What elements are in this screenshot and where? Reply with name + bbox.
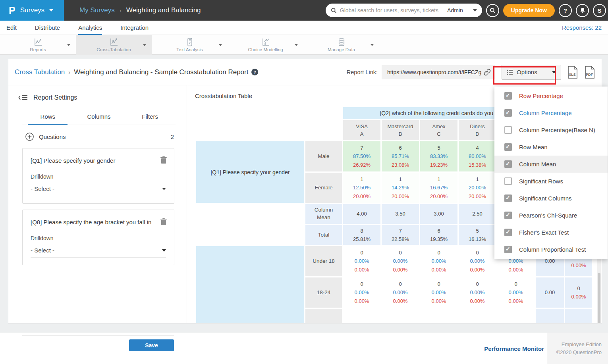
scrollbar-thumb[interactable] bbox=[598, 273, 600, 323]
save-button[interactable]: Save bbox=[129, 339, 174, 351]
product-switcher[interactable]: P Surveys bbox=[0, 0, 64, 21]
row-label: Male bbox=[305, 141, 342, 171]
report-link-field[interactable]: https://www.questionpro.com/t/lFFCZg bbox=[382, 65, 495, 79]
drilldown-select[interactable]: - Select - bbox=[31, 247, 166, 258]
performance-monitor-link[interactable]: Performance Monitor bbox=[484, 345, 544, 352]
report-link-label: Report Link: bbox=[347, 69, 378, 75]
crosstab-cell: 00.00%0.00% bbox=[420, 246, 457, 276]
breadcrumb-my-surveys[interactable]: My Surveys bbox=[79, 6, 115, 14]
options-button[interactable]: Options bbox=[502, 65, 561, 80]
notifications-button[interactable] bbox=[576, 4, 589, 17]
checkbox-icon[interactable] bbox=[504, 195, 512, 202]
crosstab-cell: 00.00%0.00% bbox=[382, 246, 419, 276]
search-icon bbox=[331, 8, 337, 13]
tab-rows[interactable]: Rows bbox=[22, 110, 73, 125]
chevron-down-icon[interactable] bbox=[67, 44, 70, 46]
report-actions: Report Link: https://www.questionpro.com… bbox=[347, 65, 595, 80]
search-submit-button[interactable] bbox=[486, 4, 499, 17]
crosstab-cell: 583.33%19.23% bbox=[420, 141, 457, 171]
tab-columns[interactable]: Columns bbox=[73, 110, 125, 125]
crosstab-cell: 120.00%20.00% bbox=[459, 173, 496, 203]
responses-count: Responses: 22 bbox=[562, 24, 602, 31]
option-significant-columns[interactable]: Significant Columns bbox=[494, 190, 608, 207]
chevron-down-icon[interactable] bbox=[219, 44, 222, 46]
upgrade-now-button[interactable]: Upgrade Now bbox=[503, 4, 555, 17]
collapse-sidebar-icon[interactable] bbox=[18, 94, 28, 101]
delete-question-icon[interactable] bbox=[160, 156, 167, 164]
user-avatar[interactable]: S bbox=[593, 4, 606, 17]
link-icon[interactable] bbox=[484, 69, 491, 76]
help-button[interactable]: ? bbox=[559, 4, 572, 17]
option-row-mean[interactable]: Row Mean bbox=[494, 139, 608, 156]
toolbar-cross-tabulation[interactable]: Cross-Tabulation bbox=[76, 35, 152, 55]
global-search-input[interactable] bbox=[340, 7, 442, 13]
toolbar-text-analysis[interactable]: Text Analysis bbox=[152, 35, 228, 55]
column-header: MastercardB bbox=[382, 120, 419, 140]
checkbox-icon[interactable] bbox=[504, 229, 512, 236]
nav-distribute[interactable]: Distribute bbox=[35, 21, 60, 35]
report-header: Cross Tabulation › Weighting and Balanci… bbox=[8, 59, 602, 85]
option-significant-rows[interactable]: Significant Rows bbox=[494, 173, 608, 190]
toolbar-choice-modelling[interactable]: Choice Modelling bbox=[228, 35, 303, 55]
copyright-line: ©2020 QuestionPro bbox=[547, 349, 602, 356]
export-xls-button[interactable]: XLS bbox=[567, 65, 578, 79]
crosstab-cell: 00.00%0.00% bbox=[343, 246, 380, 276]
crosstab-cell: 516.13% bbox=[459, 225, 496, 245]
export-pdf-button[interactable]: PDF bbox=[584, 65, 595, 79]
crosstab-cell: 00.00%0.00% bbox=[382, 277, 419, 308]
question-text: [Q8] Please specify the age bracket you … bbox=[31, 219, 166, 225]
global-search-bar[interactable]: Admin bbox=[326, 4, 482, 17]
analytics-toolbar: Reports Cross-Tabulation Text Analysis C… bbox=[0, 35, 608, 55]
chevron-down-icon[interactable] bbox=[143, 44, 146, 46]
chevron-down-icon[interactable] bbox=[295, 44, 298, 46]
svg-text:XLS: XLS bbox=[569, 73, 576, 77]
report-link-url: https://www.questionpro.com/t/lFFCZg bbox=[387, 69, 484, 75]
nav-analytics[interactable]: Analytics bbox=[78, 21, 102, 35]
crosstab-cell: 722.58% bbox=[382, 225, 419, 245]
nav-edit[interactable]: Edit bbox=[6, 21, 17, 35]
option-pearsons-chi-square[interactable]: Pearson's Chi-Square bbox=[494, 207, 608, 224]
search-scope-dropdown[interactable] bbox=[468, 4, 482, 17]
crosstab-cell: 480.00%15.38% bbox=[459, 141, 496, 171]
option-column-percentage[interactable]: Column Percentage bbox=[494, 104, 608, 121]
breadcrumb-separator: › bbox=[120, 7, 122, 14]
delete-question-icon[interactable] bbox=[160, 218, 167, 225]
help-icon[interactable]: ? bbox=[251, 69, 258, 75]
checkbox-icon[interactable] bbox=[504, 92, 512, 100]
add-question-icon[interactable] bbox=[25, 132, 34, 141]
crosstab-cell: 00.00%0.00% bbox=[343, 277, 380, 308]
option-fishers-exact-test[interactable]: Fisher's Exact Test bbox=[494, 224, 608, 241]
question-text: [Q1] Please specify your gender bbox=[31, 157, 166, 164]
drilldown-select[interactable]: - Select - bbox=[31, 185, 166, 196]
checkbox-icon[interactable] bbox=[504, 109, 512, 117]
checkbox-icon[interactable] bbox=[504, 143, 512, 151]
column-header: DinersD bbox=[459, 120, 496, 140]
nav-integration[interactable]: Integration bbox=[120, 21, 149, 35]
crosstab-cell: 00.00%0.00% bbox=[420, 277, 457, 308]
divider bbox=[22, 335, 174, 336]
chevron-down-icon[interactable] bbox=[371, 44, 374, 46]
option-column-proportional-test[interactable]: Column Proportional Test bbox=[494, 241, 608, 258]
tab-filters[interactable]: Filters bbox=[124, 110, 176, 125]
option-column-mean[interactable]: Column Mean bbox=[494, 156, 608, 173]
drilldown-label: Drilldown bbox=[31, 235, 166, 241]
toolbar-reports[interactable]: Reports bbox=[0, 35, 76, 55]
crosstab-cell: 112.50%20.00% bbox=[343, 173, 380, 203]
checkbox-icon[interactable] bbox=[504, 126, 512, 134]
toolbar-manage-data[interactable]: Manage Data bbox=[303, 35, 379, 55]
crosstab-cell: 2.50 bbox=[459, 204, 496, 224]
checkbox-icon[interactable] bbox=[504, 212, 512, 219]
crosstab-cell: 114.29%20.00% bbox=[382, 173, 419, 203]
option-column-percentage-base-n[interactable]: Column Percentage(Base N) bbox=[494, 121, 608, 139]
questions-header: Questions 2 bbox=[25, 132, 174, 141]
list-icon bbox=[507, 69, 513, 75]
checkbox-icon[interactable] bbox=[504, 160, 512, 168]
cross-tabulation-link[interactable]: Cross Tabulation bbox=[15, 68, 65, 76]
option-row-percentage[interactable]: Row Percentage bbox=[494, 87, 608, 104]
edition-info: Employee Edition ©2020 QuestionPro bbox=[547, 333, 608, 364]
crosstab-cell: 3.50 bbox=[382, 204, 419, 224]
search-scope-label: Admin bbox=[442, 7, 468, 13]
checkbox-icon[interactable] bbox=[504, 246, 512, 253]
checkbox-icon[interactable] bbox=[504, 177, 512, 185]
chart-bars-icon bbox=[261, 38, 270, 46]
